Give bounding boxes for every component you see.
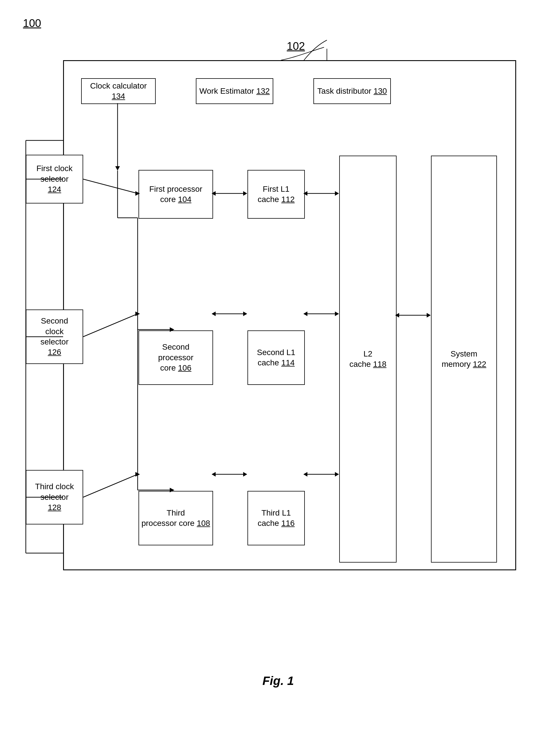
second-proc-core-label: Secondprocessorcore 106 (158, 342, 194, 373)
third-l1-cache-box: Third L1cache 116 (247, 491, 305, 545)
figure-label: Fig. 1 (263, 674, 294, 688)
first-l1-label: First L1cache 112 (257, 184, 294, 205)
third-proc-core-box: Thirdprocessor core 108 (139, 491, 213, 545)
main-box-label: 102 (287, 40, 305, 52)
third-clock-selector-box: Third clockselector128 (26, 470, 83, 524)
second-l1-label: Second L1cache 114 (257, 347, 296, 368)
work-estimator-label: Work Estimator 132 (199, 86, 270, 96)
system-memory-label: Systemmemory 122 (442, 349, 486, 370)
clock-calculator-label: Clock calculator 134 (84, 81, 153, 102)
first-clock-selector-label: First clockselector124 (36, 163, 73, 195)
clock-calculator-box: Clock calculator 134 (81, 78, 156, 104)
system-memory-box: Systemmemory 122 (431, 156, 497, 563)
work-estimator-box: Work Estimator 132 (196, 78, 273, 104)
first-clock-selector-box: First clockselector124 (26, 155, 83, 203)
l2-cache-box: L2cache 118 (339, 156, 396, 563)
main-box: Clock calculator 134 Work Estimator 132 … (63, 60, 516, 570)
first-proc-core-label: First processorcore 104 (149, 184, 202, 205)
third-proc-core-label: Thirdprocessor core 108 (141, 508, 210, 529)
task-distributor-box: Task distributor 130 (313, 78, 391, 104)
third-clock-selector-label: Third clockselector128 (35, 482, 74, 513)
second-clock-selector-box: Secondclockselector126 (26, 309, 83, 364)
first-proc-core-box: First processorcore 104 (139, 170, 213, 219)
second-l1-cache-box: Second L1cache 114 (247, 331, 305, 385)
l2-cache-label: L2cache 118 (349, 349, 386, 370)
first-l1-cache-box: First L1cache 112 (247, 170, 305, 219)
diagram-top-label: 100 (23, 17, 41, 30)
second-proc-core-box: Secondprocessorcore 106 (139, 331, 213, 385)
second-clock-selector-label: Secondclockselector126 (40, 316, 69, 357)
third-l1-label: Third L1cache 116 (257, 508, 294, 529)
task-distributor-label: Task distributor 130 (317, 86, 387, 96)
